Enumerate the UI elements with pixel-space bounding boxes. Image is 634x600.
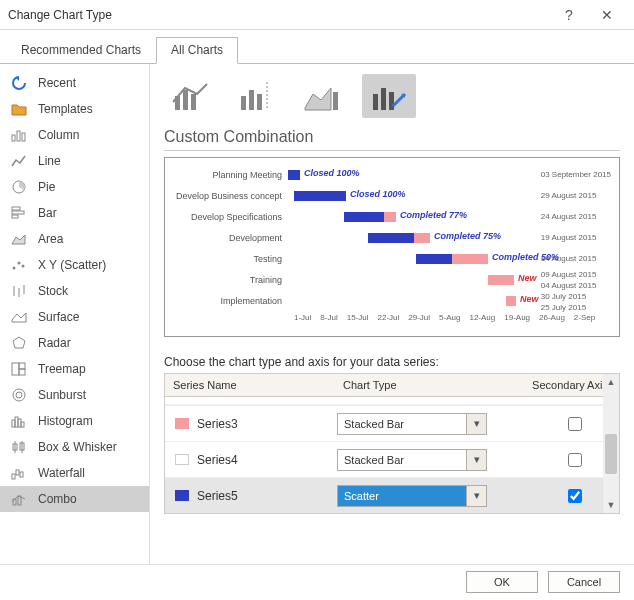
series-name: Series5 — [197, 489, 337, 503]
chevron-down-icon: ▾ — [466, 450, 486, 470]
chevron-down-icon: ▾ — [466, 414, 486, 434]
svg-point-8 — [18, 262, 21, 265]
surface-chart-icon — [10, 309, 28, 325]
preview-x-axis: 1-Jul8-Jul15-Jul22-Jul29-Jul5-Aug12-Aug1… — [294, 313, 611, 322]
series-table: Series Name Chart Type Secondary Axis Se… — [164, 373, 620, 514]
tab-all-charts[interactable]: All Charts — [156, 37, 238, 64]
box-whisker-icon — [10, 439, 28, 455]
sidebar-item-radar[interactable]: Radar — [0, 330, 149, 356]
sidebar-item-histogram[interactable]: Histogram — [0, 408, 149, 434]
window-title: Change Chart Type — [8, 8, 550, 22]
secondary-axis-checkbox[interactable] — [568, 489, 582, 503]
sidebar-item-label: Column — [38, 128, 79, 142]
column-chart-icon — [10, 127, 28, 143]
svg-point-17 — [13, 389, 25, 401]
svg-rect-6 — [12, 215, 18, 218]
sidebar-item-waterfall[interactable]: Waterfall — [0, 460, 149, 486]
sidebar-item-stock[interactable]: Stock — [0, 278, 149, 304]
sidebar-item-label: Histogram — [38, 414, 93, 428]
folder-icon — [10, 101, 28, 117]
secondary-axis-checkbox[interactable] — [568, 417, 582, 431]
svg-rect-1 — [17, 131, 20, 141]
sidebar-item-label: Stock — [38, 284, 68, 298]
choose-series-label: Choose the chart type and axis for your … — [164, 355, 620, 369]
svg-rect-29 — [20, 472, 23, 477]
sidebar-item-label: Bar — [38, 206, 57, 220]
sidebar-item-label: Templates — [38, 102, 93, 116]
ok-button[interactable]: OK — [466, 571, 538, 593]
sidebar-item-templates[interactable]: Templates — [0, 96, 149, 122]
close-button[interactable]: ✕ — [588, 4, 626, 26]
series-scrollbar[interactable]: ▲ ▼ — [603, 374, 619, 513]
svg-rect-37 — [257, 94, 262, 110]
sidebar-item-box-whisker[interactable]: Box & Whisker — [0, 434, 149, 460]
stock-chart-icon — [10, 283, 28, 299]
series-header-name: Series Name — [165, 374, 335, 396]
combo-variant-2[interactable] — [230, 74, 284, 118]
svg-point-7 — [13, 267, 16, 270]
svg-point-18 — [16, 392, 22, 398]
svg-rect-27 — [12, 474, 15, 479]
series-swatch — [175, 418, 189, 429]
svg-rect-16 — [19, 369, 25, 375]
svg-rect-0 — [12, 135, 15, 141]
area-chart-icon — [10, 231, 28, 247]
chart-preview: 03 September 2015 29 August 2015 24 Augu… — [164, 157, 620, 337]
sidebar-item-label: Recent — [38, 76, 76, 90]
scroll-thumb[interactable] — [605, 434, 617, 474]
sidebar-item-area[interactable]: Area — [0, 226, 149, 252]
series-name: Series3 — [197, 417, 337, 431]
sidebar-item-label: Area — [38, 232, 63, 246]
scroll-up-icon[interactable]: ▲ — [603, 374, 619, 390]
series-row-selected: Series5 Scatter▾ — [165, 477, 619, 513]
cancel-button[interactable]: Cancel — [548, 571, 620, 593]
sidebar-item-line[interactable]: Line — [0, 148, 149, 174]
dialog-footer: OK Cancel — [0, 564, 634, 598]
recent-icon — [10, 75, 28, 91]
svg-rect-4 — [12, 207, 20, 210]
combo-variant-1[interactable] — [164, 74, 218, 118]
series-header-type: Chart Type — [335, 374, 521, 396]
series-type-select[interactable]: Scatter▾ — [337, 485, 487, 507]
bar-chart-icon — [10, 205, 28, 221]
svg-rect-28 — [16, 470, 19, 475]
svg-rect-36 — [249, 90, 254, 110]
sidebar-item-pie[interactable]: Pie — [0, 174, 149, 200]
histogram-chart-icon — [10, 413, 28, 429]
combo-variant-4-custom[interactable] — [362, 74, 416, 118]
series-type-select[interactable]: Stacked Bar▾ — [337, 449, 487, 471]
sidebar-item-recent[interactable]: Recent — [0, 70, 149, 96]
sidebar-item-bar[interactable]: Bar — [0, 200, 149, 226]
sidebar-item-label: Waterfall — [38, 466, 85, 480]
svg-rect-41 — [381, 88, 386, 110]
tab-recommended[interactable]: Recommended Charts — [6, 37, 156, 64]
sidebar-item-label: Line — [38, 154, 61, 168]
series-type-select[interactable]: Stacked Bar▾ — [337, 413, 487, 435]
svg-rect-39 — [333, 92, 338, 110]
scroll-down-icon[interactable]: ▼ — [603, 497, 619, 513]
sidebar-item-combo[interactable]: Combo — [0, 486, 149, 512]
sidebar-item-scatter[interactable]: X Y (Scatter) — [0, 252, 149, 278]
svg-rect-2 — [22, 133, 25, 141]
svg-rect-14 — [12, 363, 19, 375]
pie-chart-icon — [10, 179, 28, 195]
sidebar-item-label: Surface — [38, 310, 79, 324]
tab-bar: Recommended Charts All Charts — [0, 30, 634, 64]
sidebar-item-label: Sunburst — [38, 388, 86, 402]
combo-chart-icon — [10, 491, 28, 507]
line-chart-icon — [10, 153, 28, 169]
sidebar-item-label: Pie — [38, 180, 55, 194]
titlebar: Change Chart Type ? ✕ — [0, 0, 634, 30]
combo-variant-3[interactable] — [296, 74, 350, 118]
sidebar-item-column[interactable]: Column — [0, 122, 149, 148]
chevron-down-icon: ▾ — [466, 486, 486, 506]
sidebar-item-sunburst[interactable]: Sunburst — [0, 382, 149, 408]
secondary-axis-checkbox[interactable] — [568, 453, 582, 467]
svg-rect-22 — [21, 422, 24, 427]
svg-marker-13 — [13, 337, 25, 348]
sidebar-item-label: Treemap — [38, 362, 86, 376]
sidebar-item-surface[interactable]: Surface — [0, 304, 149, 330]
sidebar-item-treemap[interactable]: Treemap — [0, 356, 149, 382]
series-row: Series3 Stacked Bar▾ — [165, 405, 619, 441]
help-button[interactable]: ? — [550, 4, 588, 26]
